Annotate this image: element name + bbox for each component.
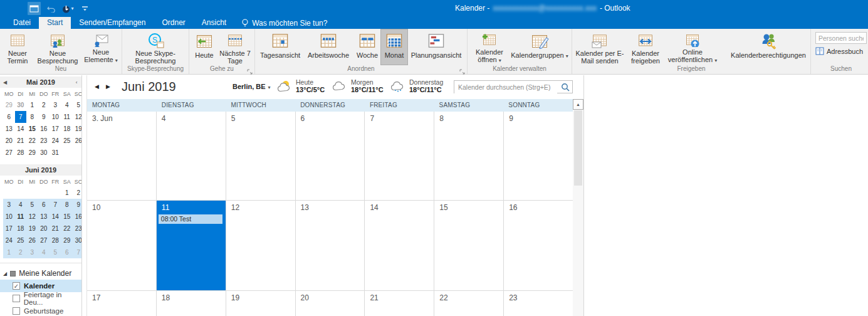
search-icon[interactable] xyxy=(561,83,570,94)
mini-day-cell[interactable]: 3 xyxy=(50,99,61,111)
woche-button[interactable]: Woche xyxy=(353,29,381,65)
kalender-per-email-senden-button[interactable]: Kalender per E-Mail senden xyxy=(574,29,625,65)
mini-day-cell[interactable]: 19 xyxy=(73,123,82,135)
mini-day-cell[interactable]: 24 xyxy=(3,234,15,246)
calendar-day-cell[interactable]: 12 xyxy=(226,201,296,290)
prev-period-icon[interactable]: ◀ xyxy=(95,83,99,90)
dialog-launcher-icon[interactable] xyxy=(459,66,466,73)
mini-day-cell[interactable]: 21 xyxy=(15,135,27,147)
mini-day-cell[interactable]: 20 xyxy=(38,223,50,234)
mini-day-cell[interactable]: 22 xyxy=(26,135,38,147)
mini-day-cell[interactable]: 16 xyxy=(73,211,82,223)
mini-day-cell[interactable]: 15 xyxy=(26,123,38,135)
mini-day-cell[interactable] xyxy=(61,147,73,159)
collapse-pane-icon[interactable]: ‹ xyxy=(71,80,81,85)
mini-day-cell[interactable]: 13 xyxy=(3,123,15,135)
mini-day-cell[interactable]: 12 xyxy=(73,111,82,123)
calendar-day-cell[interactable]: 21 xyxy=(365,291,434,316)
mini-day-cell[interactable]: 26 xyxy=(26,234,38,246)
mini-day-cell[interactable] xyxy=(3,187,15,199)
mini-day-cell[interactable]: 8 xyxy=(26,111,38,123)
tab-ordner[interactable]: Ordner xyxy=(154,17,193,29)
mini-day-cell[interactable]: 26 xyxy=(73,135,82,147)
weather-thursday[interactable]: Donnerstag18°C/11°C xyxy=(390,78,443,93)
expand-triangle-icon[interactable]: ◢ xyxy=(3,271,7,276)
calendar-day-cell[interactable]: 4 xyxy=(157,112,226,200)
mini-day-cell[interactable]: 30 xyxy=(15,99,27,111)
prev-month-icon[interactable]: ◀ xyxy=(0,80,10,85)
mini-day-cell[interactable]: 28 xyxy=(15,147,27,159)
calendar-checkbox[interactable] xyxy=(13,307,20,315)
neuer-termin-button[interactable]: Neuer Termin xyxy=(2,29,33,65)
mini-day-cell[interactable]: 9 xyxy=(73,199,82,211)
calendar-day-cell[interactable]: 3. Jun xyxy=(87,112,157,200)
scroll-up-icon[interactable]: ▲ xyxy=(573,99,583,110)
mini-day-cell[interactable]: 2 xyxy=(15,246,27,258)
mini-day-cell[interactable]: 19 xyxy=(26,223,38,234)
mini-day-cell[interactable] xyxy=(73,147,82,159)
mini-day-cell[interactable]: 4 xyxy=(38,246,50,258)
event-chip[interactable]: 08:00 Test xyxy=(159,214,222,224)
mini-day-cell[interactable]: 17 xyxy=(50,123,61,135)
mini-day-cell[interactable]: 3 xyxy=(26,246,38,258)
weather-location-dropdown[interactable]: Berlin, BE▾ xyxy=(233,83,271,90)
calendar-day-cell[interactable]: 13 xyxy=(296,201,365,290)
tab-ansicht[interactable]: Ansicht xyxy=(194,17,234,29)
mini-day-cell[interactable] xyxy=(26,187,38,199)
calendar-day-cell[interactable]: 19 xyxy=(226,291,296,316)
calendar-checkbox[interactable] xyxy=(13,295,20,302)
tab-datei[interactable]: Datei xyxy=(5,17,39,29)
calendar-group-checkbox-icon[interactable] xyxy=(10,271,16,276)
calendar-checkbox[interactable]: ✓ xyxy=(13,282,20,290)
mini-day-cell[interactable]: 12 xyxy=(26,211,38,223)
mini-day-cell[interactable]: 21 xyxy=(50,223,61,234)
mini-day-cell[interactable]: 25 xyxy=(61,135,73,147)
calendar-day-cell[interactable]: 14 xyxy=(365,201,434,290)
mini-day-cell[interactable]: 20 xyxy=(3,135,15,147)
vertical-scrollbar[interactable]: ▲ xyxy=(573,99,583,316)
mini-day-cell[interactable]: 6 xyxy=(61,246,73,258)
tab-senden-empfangen[interactable]: Senden/Empfangen xyxy=(71,17,154,29)
dialog-launcher-icon[interactable] xyxy=(247,66,253,73)
mini-day-cell[interactable]: 24 xyxy=(50,135,61,147)
tab-start[interactable]: Start xyxy=(39,17,71,29)
mini-day-cell[interactable] xyxy=(50,187,61,199)
calendar-day-cell[interactable]: 10 xyxy=(87,201,157,290)
calendar-search-input[interactable] xyxy=(454,82,557,93)
touch-mode-icon[interactable]: ▾ xyxy=(61,2,75,15)
mini-day-cell[interactable]: 7 xyxy=(73,246,82,258)
mini-day-cell[interactable]: 5 xyxy=(50,246,61,258)
mini-day-cell[interactable]: 29 xyxy=(26,147,38,159)
tagesansicht-button[interactable]: Tagesansicht xyxy=(257,29,303,65)
mini-day-cell[interactable]: 16 xyxy=(38,123,50,135)
weather-today[interactable]: Heute13°C/5°C xyxy=(275,78,325,93)
mini-day-cell[interactable]: 30 xyxy=(73,234,82,246)
mini-day-cell[interactable]: 11 xyxy=(61,111,73,123)
calendar-day-cell[interactable]: 17 xyxy=(87,291,157,316)
mini-day-cell[interactable]: 29 xyxy=(3,99,15,111)
calendar-day-cell[interactable]: 18 xyxy=(157,291,226,316)
mini-day-cell[interactable]: 2 xyxy=(38,99,50,111)
arbeitswoche-button[interactable]: Arbeitswoche xyxy=(303,29,353,65)
mini-day-cell[interactable]: 27 xyxy=(3,147,15,159)
undo-icon[interactable] xyxy=(44,2,58,15)
mini-day-cell[interactable]: 6 xyxy=(3,111,15,123)
mini-day-cell[interactable]: 6 xyxy=(38,199,50,211)
calendar-day-cell[interactable]: 8 xyxy=(434,112,504,200)
mini-day-cell[interactable]: 5 xyxy=(73,99,82,111)
mini-day-cell[interactable]: 4 xyxy=(61,99,73,111)
next-period-icon[interactable]: ▶ xyxy=(106,83,110,90)
mini-day-cell[interactable]: 7 xyxy=(15,111,27,123)
mini-day-cell[interactable]: 5 xyxy=(26,199,38,211)
calendar-day-cell[interactable]: 1108:00 Test xyxy=(157,201,226,290)
neue-elemente-button[interactable]: Neue Elemente ▾ xyxy=(82,29,120,65)
mini-day-cell[interactable]: 15 xyxy=(61,211,73,223)
mini-day-cell[interactable]: 27 xyxy=(38,234,50,246)
mini-day-cell[interactable]: 18 xyxy=(15,223,27,234)
mini-day-cell[interactable]: 29 xyxy=(61,234,73,246)
mini-day-cell[interactable]: 23 xyxy=(38,135,50,147)
calendar-day-cell[interactable]: 15 xyxy=(434,201,504,290)
calendar-day-cell[interactable]: 22 xyxy=(434,291,504,316)
mini-day-cell[interactable]: 17 xyxy=(3,223,15,234)
calendar-day-cell[interactable]: 23 xyxy=(504,291,573,316)
